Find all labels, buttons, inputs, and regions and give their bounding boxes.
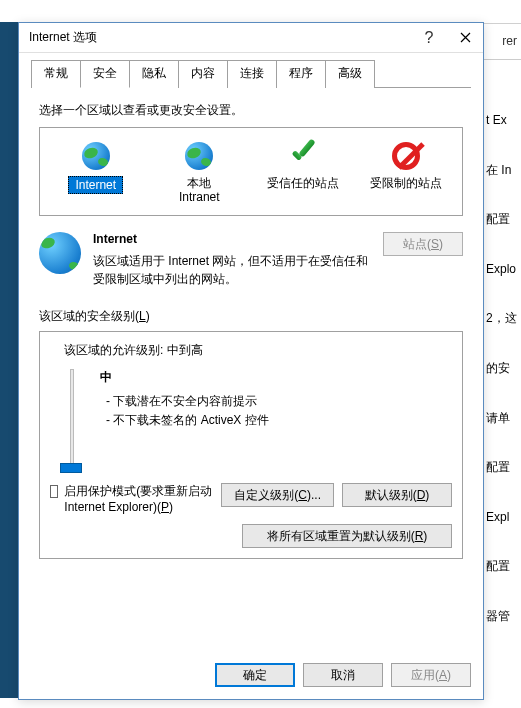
dialog-title: Internet 选项 — [29, 29, 411, 46]
security-level-slider[interactable] — [64, 369, 80, 469]
zone-label: 本地Intranet — [179, 176, 220, 205]
forbidden-icon-wrap — [390, 140, 422, 172]
protected-mode-checkbox[interactable] — [50, 485, 58, 498]
dialog-footer: 确定 取消 应用(A) — [19, 653, 483, 699]
zone-list: Internet本地Intranet受信任的站点受限制的站点 — [39, 127, 463, 216]
globe-icon — [82, 142, 110, 170]
zone-item-1[interactable]: 本地Intranet — [150, 136, 250, 209]
globe-icon — [39, 232, 81, 274]
tabs: 常规安全隐私内容连接程序高级 — [31, 59, 471, 88]
zone-label: Internet — [68, 176, 123, 194]
globe-icon — [185, 142, 213, 170]
tab-0[interactable]: 常规 — [31, 60, 81, 88]
zone-prompt: 选择一个区域以查看或更改安全设置。 — [39, 102, 463, 119]
level-box: 该区域的允许级别: 中到高 中 - 下载潜在不安全内容前提示- 不下载未签名的 … — [39, 331, 463, 559]
default-level-button[interactable]: 默认级别(D) — [342, 483, 452, 507]
zone-detail: Internet 该区域适用于 Internet 网站，但不适用于在受信任和受限… — [39, 232, 463, 288]
check-icon-wrap — [287, 140, 319, 172]
cancel-button[interactable]: 取消 — [303, 663, 383, 687]
zone-item-3[interactable]: 受限制的站点 — [357, 136, 457, 209]
zone-item-0[interactable]: Internet — [46, 136, 146, 209]
tab-panel-security: 选择一个区域以查看或更改安全设置。 Internet本地Intranet受信任的… — [31, 88, 471, 567]
zone-label: 受信任的站点 — [267, 176, 339, 190]
tab-4[interactable]: 连接 — [227, 60, 277, 88]
zone-detail-icon — [39, 232, 81, 288]
zone-detail-desc: 该区域适用于 Internet 网站，但不适用于在受信任和受限制区域中列出的网站… — [93, 252, 371, 288]
internet-options-dialog: Internet 选项 ? 常规安全隐私内容连接程序高级 选择一个区域以查看或更… — [18, 22, 484, 700]
tab-1[interactable]: 安全 — [80, 60, 130, 88]
allowed-levels-label: 该区域的允许级别: 中到高 — [64, 342, 452, 359]
bg-word: rer — [502, 34, 517, 48]
zone-label: 受限制的站点 — [370, 176, 442, 190]
help-button[interactable]: ? — [411, 23, 447, 53]
zone-detail-name: Internet — [93, 232, 371, 246]
close-icon — [460, 32, 471, 43]
level-desc: - 下载潜在不安全内容前提示- 不下载未签名的 ActiveX 控件 — [100, 392, 269, 430]
forbidden-icon — [392, 142, 420, 170]
tab-2[interactable]: 隐私 — [129, 60, 179, 88]
background-partial-text: t Ex在 In配置Explo2，这的安请单配置Expl配置器管 — [486, 110, 521, 656]
titlebar: Internet 选项 ? — [19, 23, 483, 53]
dialog-body: 常规安全隐私内容连接程序高级 选择一个区域以查看或更改安全设置。 Interne… — [19, 53, 483, 653]
background-left-strip — [0, 22, 18, 698]
globe-icon-wrap — [80, 140, 112, 172]
slider-track — [70, 369, 74, 469]
custom-level-button[interactable]: 自定义级别(C)... — [221, 483, 334, 507]
tab-3[interactable]: 内容 — [178, 60, 228, 88]
sites-button-label: 站点(S) — [403, 237, 443, 251]
globe-icon-wrap — [183, 140, 215, 172]
zone-item-2[interactable]: 受信任的站点 — [253, 136, 353, 209]
tab-5[interactable]: 程序 — [276, 60, 326, 88]
close-button[interactable] — [447, 23, 483, 53]
tab-6[interactable]: 高级 — [325, 60, 375, 88]
protected-mode-label: 启用保护模式(要求重新启动 Internet Explorer)(P) — [64, 483, 213, 514]
slider-thumb[interactable] — [60, 463, 82, 473]
check-icon — [288, 141, 318, 171]
current-level-name: 中 — [100, 369, 269, 386]
sites-button[interactable]: 站点(S) — [383, 232, 463, 256]
apply-button[interactable]: 应用(A) — [391, 663, 471, 687]
level-section-label: 该区域的安全级别(L) — [39, 308, 463, 325]
ok-button[interactable]: 确定 — [215, 663, 295, 687]
reset-all-zones-button[interactable]: 将所有区域重置为默认级别(R) — [242, 524, 452, 548]
